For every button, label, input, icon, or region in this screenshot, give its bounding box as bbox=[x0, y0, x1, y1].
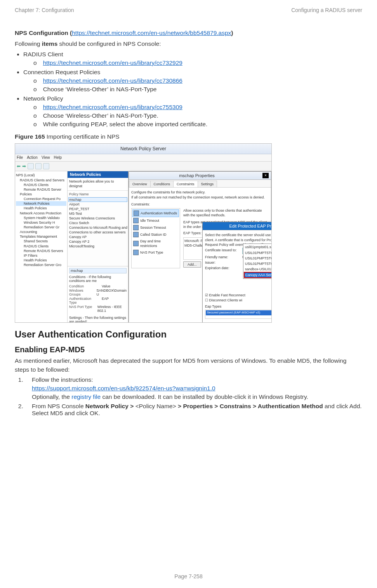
policy-row[interactable]: MS-Test bbox=[68, 211, 127, 216]
content-area: mschap Properties × OverviewConditionsCo… bbox=[129, 171, 271, 323]
menubar[interactable]: FileActionViewHelp bbox=[15, 154, 271, 162]
dropdown-option[interactable]: USIL01PMPTST01.sandbox.com bbox=[243, 256, 272, 261]
toolbar[interactable] bbox=[15, 162, 271, 171]
sub-bullet: https://technet.microsoft.com/en-us/libr… bbox=[33, 59, 362, 66]
eap-types-list[interactable]: Secured password (EAP-MSCHAP v2) bbox=[205, 310, 272, 319]
issuer-label: Issuer: bbox=[205, 260, 241, 265]
policy-row[interactable]: Cisco Switch bbox=[68, 221, 127, 225]
toolbar-icon[interactable] bbox=[28, 163, 34, 169]
dropdown-option[interactable]: Canopy AAA Server Demo Certificate bbox=[244, 272, 272, 278]
policy-row[interactable]: Canopy AP bbox=[68, 235, 127, 239]
tree-node[interactable]: IP Filters bbox=[16, 253, 66, 258]
nps-config-title: NPS Configuration (https://technet.micro… bbox=[15, 29, 362, 37]
disconnect-clients-checkbox[interactable]: Disconnect Clients wi bbox=[205, 298, 272, 303]
tree-node[interactable]: Health Policies bbox=[16, 258, 66, 263]
dialog-title: mschap Properties bbox=[131, 172, 262, 179]
tree-node[interactable]: Remediation Server Gr bbox=[16, 225, 66, 230]
policy-row[interactable]: Canopy AP 2 bbox=[68, 239, 127, 244]
dropdown-option[interactable]: USIL01PMPTST01.sandbox.com bbox=[243, 261, 272, 266]
tree-node[interactable]: Accounting bbox=[16, 230, 66, 234]
tree-node[interactable]: Network Access Protection bbox=[16, 211, 66, 216]
tree-node[interactable]: RADIUS Clients bbox=[16, 244, 66, 249]
tree-node[interactable]: NPS (Local) bbox=[16, 173, 66, 177]
tree-node[interactable]: Connection Request Po bbox=[16, 197, 66, 201]
constraint-item[interactable]: NAS Port Type bbox=[132, 249, 179, 256]
policy-row[interactable]: Secure Wireless Connections bbox=[68, 216, 127, 221]
tree-node[interactable]: Remediation Server Gro bbox=[16, 263, 66, 267]
policy-row[interactable]: Airport bbox=[68, 202, 127, 207]
figure-caption: Figure 165 Importing certificate in NPS bbox=[15, 132, 362, 141]
close-icon[interactable]: × bbox=[262, 173, 269, 178]
tab-overview[interactable]: Overview bbox=[129, 181, 151, 187]
back-icon[interactable] bbox=[17, 164, 21, 169]
cond-key: Condition bbox=[69, 284, 99, 288]
tab-conditions[interactable]: Conditions bbox=[150, 181, 174, 187]
forward-icon[interactable] bbox=[22, 164, 26, 169]
toolbar-icon[interactable] bbox=[35, 163, 42, 169]
constraint-item[interactable]: Called Station ID bbox=[132, 231, 179, 238]
sub-bullet: While configuring PEAP, select the above… bbox=[33, 121, 362, 128]
constraint-item[interactable]: Idle Timeout bbox=[132, 217, 179, 224]
dialog-tabs[interactable]: OverviewConditionsConstraintsSettings bbox=[129, 180, 271, 188]
menu-item[interactable]: View bbox=[42, 155, 50, 160]
constraints-list[interactable]: Authentication MethodsIdle TimeoutSessio… bbox=[131, 208, 180, 268]
dropdown-option[interactable]: sandbox-USIL01PMPTST01-CA bbox=[243, 266, 272, 272]
nav-tree[interactable]: NPS (Local)RADIUS Clients and ServersRAD… bbox=[15, 171, 68, 323]
tree-node[interactable]: Windows Security H bbox=[16, 220, 66, 225]
constraint-item[interactable]: Day and time restrictions bbox=[132, 238, 179, 249]
tab-settings[interactable]: Settings bbox=[198, 181, 217, 187]
toolbar-icon[interactable] bbox=[43, 163, 49, 169]
doc-link[interactable]: https://technet.microsoft.com/en-us/libr… bbox=[43, 77, 182, 84]
column-header: Policy Name bbox=[68, 191, 127, 197]
tree-node[interactable]: Network Policies bbox=[16, 201, 66, 206]
eap-types-label: Eap Types bbox=[205, 304, 272, 309]
constraint-item[interactable]: Session Timeout bbox=[132, 224, 179, 231]
cert-dropdown[interactable]: usil01pmptst01.sandbox.comUSIL01PMPTST01… bbox=[243, 244, 272, 279]
policy-list-pane: Network Policies Network policies allow … bbox=[68, 171, 129, 323]
tree-node[interactable]: RADIUS Clients bbox=[16, 183, 66, 187]
dropdown-option[interactable]: USIL01PMPTST01.sandbox.com bbox=[243, 250, 272, 256]
tree-node[interactable]: Remote RADIUS Servers bbox=[16, 249, 66, 253]
eap-selected: Secured password (EAP-MSCHAP v2) bbox=[206, 310, 272, 315]
doc-link[interactable]: https://technet.microsoft.com/en-us/libr… bbox=[43, 104, 182, 110]
cond-val: Wireless - IEEE 802.1 bbox=[97, 305, 127, 313]
bullet-item: Connection Request Policieshttps://techn… bbox=[23, 69, 362, 93]
sub-bullet: https://technet.microsoft.com/en-us/libr… bbox=[33, 104, 362, 111]
policy-row[interactable]: PEAP_TEST bbox=[68, 207, 127, 211]
policy-list[interactable]: Policy Name mschapAirportPEAP_TESTMS-Tes… bbox=[68, 191, 128, 266]
menu-item[interactable]: Action bbox=[27, 155, 38, 160]
tree-node[interactable]: System Health Validato bbox=[16, 216, 66, 220]
tree-node[interactable]: RADIUS Clients and Servers bbox=[16, 178, 66, 183]
policy-list-desc: Network policies allow you to designat bbox=[68, 178, 128, 190]
tab-constraints[interactable]: Constraints bbox=[173, 181, 198, 187]
doc-link[interactable]: https://technet.microsoft.com/en-us/libr… bbox=[43, 59, 182, 66]
tree-node[interactable]: Templates Management bbox=[16, 234, 66, 239]
step2-a: From NPS Console bbox=[32, 403, 85, 409]
policy-row[interactable]: MicrosoftTesting bbox=[68, 244, 127, 249]
add-button[interactable]: Add... bbox=[183, 261, 201, 268]
policy-row[interactable]: Connections to Microsoft Routing and Rem… bbox=[68, 225, 127, 230]
friendly-name-label: Friendly name: bbox=[205, 255, 241, 259]
enable-fast-reconnect-checkbox[interactable]: Enable Fast Reconnect bbox=[205, 293, 272, 297]
nps-config-suffix: ) bbox=[231, 30, 233, 36]
intro-pre: Following bbox=[15, 40, 42, 47]
dropdown-option[interactable]: usil01pmptst01.sandbox.com bbox=[243, 244, 272, 250]
menu-item[interactable]: Help bbox=[54, 155, 62, 160]
constraint-item[interactable]: Authentication Methods bbox=[132, 209, 179, 217]
config-bullets: RADIUS Clienthttps://technet.microsoft.c… bbox=[23, 51, 362, 128]
registry-file-link[interactable]: registry file bbox=[71, 393, 101, 400]
policy-row[interactable]: mschap bbox=[68, 197, 127, 202]
tree-node[interactable]: Health Policies bbox=[16, 206, 66, 210]
menu-item[interactable]: File bbox=[17, 155, 23, 160]
tree-node[interactable]: Shared Secrets bbox=[16, 239, 66, 244]
step1-link[interactable]: https://support.microsoft.com/en-us/kb/9… bbox=[32, 385, 215, 391]
header-right: Configuring a RADIUS server bbox=[291, 7, 362, 13]
nps-config-link[interactable]: https://technet.microsoft.com/en-us/netw… bbox=[72, 30, 231, 36]
expiration-label: Expiration date: bbox=[205, 266, 241, 270]
tree-node[interactable]: Policies bbox=[16, 192, 66, 197]
settings-label: Settings - Then the following settings a… bbox=[69, 316, 127, 323]
policy-row[interactable]: Connections to other access servers bbox=[68, 230, 127, 235]
constraint-icon bbox=[133, 218, 139, 223]
tree-node[interactable]: Remote RADIUS Server bbox=[16, 187, 66, 192]
bullet-item: Network Policyhttps://technet.microsoft.… bbox=[23, 95, 362, 128]
